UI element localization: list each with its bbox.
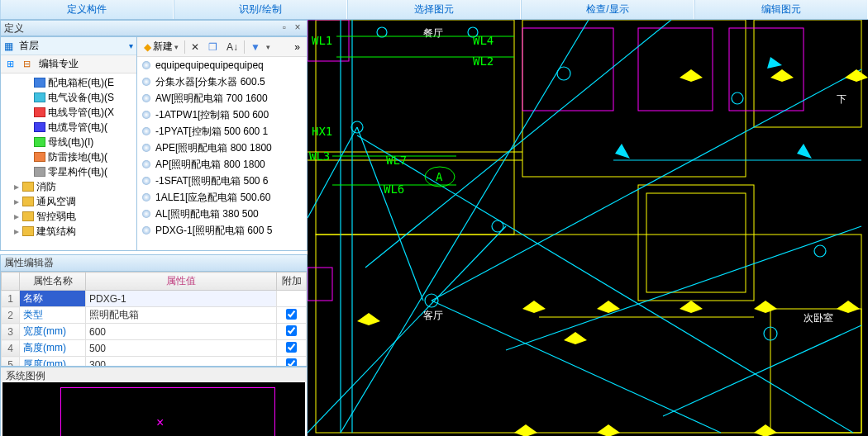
svg-rect-3	[316, 235, 861, 433]
collapse-icon[interactable]: ⊟	[19, 58, 34, 71]
component-list-pane: ◆ 新建 ▾ ✕ ❐ A↓ ▼ ▾ » equipequipequipequip…	[137, 37, 307, 250]
list-item[interactable]: AW[照明配电箱 700 1600	[137, 90, 307, 107]
expand-icon[interactable]: ⊞	[2, 58, 17, 71]
tree-item[interactable]: 电气设备(电)(S	[2, 90, 135, 105]
system-legend-canvas[interactable]: ×	[2, 382, 305, 436]
property-value[interactable]: 600	[86, 324, 277, 340]
tree-item[interactable]: ▸智控弱电	[2, 209, 135, 224]
property-name: 高度(mm)	[20, 340, 86, 357]
expand-icon[interactable]: »	[291, 40, 303, 54]
tree-item[interactable]: ▸通风空调	[2, 194, 135, 209]
property-add-checkbox[interactable]	[286, 309, 297, 320]
property-add-cell[interactable]	[277, 307, 307, 324]
tree-item-icon	[34, 152, 45, 162]
tree-item-label: 消防	[36, 180, 56, 194]
tree-arrow-icon: ▸	[14, 225, 22, 237]
list-bullet-icon	[142, 78, 150, 86]
property-row[interactable]: 1名称PDXG-1	[2, 291, 307, 307]
menu-edit-element[interactable]: 编辑图元	[694, 0, 868, 19]
sort-icon[interactable]: A↓	[223, 40, 241, 54]
tree-item-label: 电线导管(电)(X	[48, 106, 114, 120]
tree-item[interactable]: 电缆导管(电)(	[2, 120, 135, 135]
menu-select-element[interactable]: 选择图元	[347, 0, 521, 19]
separator	[184, 40, 185, 54]
property-add-cell[interactable]	[277, 357, 307, 367]
property-add-checkbox[interactable]	[286, 358, 297, 367]
property-add-cell[interactable]	[277, 324, 307, 340]
list-bullet-icon	[142, 210, 150, 218]
property-row[interactable]: 4高度(mm)500	[2, 340, 307, 357]
menu-recognize-draw[interactable]: 识别/绘制	[174, 0, 347, 19]
list-item-label: equipequipequipequipeq	[155, 59, 264, 71]
list-item[interactable]: -1ATPW1[控制箱 500 600	[137, 107, 307, 123]
pin-icon[interactable]: ▫	[279, 22, 290, 34]
list-item[interactable]: 1ALE1[应急配电箱 500.60	[137, 189, 307, 206]
property-value[interactable]: 300	[86, 357, 277, 367]
property-row[interactable]: 5厚度(mm)300	[2, 357, 307, 367]
list-body[interactable]: equipequipequipequipeq分集水器[分集水器 600.5AW[…	[137, 57, 307, 250]
circle-a-label: A	[436, 170, 443, 183]
tree-item-icon	[34, 107, 45, 117]
property-value[interactable]: PDXG-1	[86, 291, 277, 307]
list-item-label: AL[照明配电箱 380 500	[155, 207, 259, 221]
floor-icon: ▦	[4, 40, 16, 52]
tree-item[interactable]: ▸消防	[2, 179, 135, 194]
property-add-cell[interactable]	[277, 340, 307, 357]
system-legend-title: 系统图例	[1, 367, 307, 382]
separator	[244, 40, 245, 54]
delete-icon[interactable]: ✕	[188, 40, 203, 54]
list-item[interactable]: -1SFAT[照明配电箱 500 6	[137, 173, 307, 189]
tree-item[interactable]: 电线导管(电)(X	[2, 105, 135, 120]
list-item[interactable]: AL[照明配电箱 380 500	[137, 206, 307, 222]
list-item[interactable]: PDXG-1[照明配电箱 600 5	[137, 222, 307, 239]
tree-item[interactable]: 零星构件(电)(	[2, 164, 135, 179]
row-number: 4	[2, 340, 20, 357]
component-tree-pane: ▦ 首层 ▾ ⊞ ⊟ 编辑专业 配电箱柜(电)(E电气设备(电)(S电线导管(电…	[1, 37, 137, 250]
property-value[interactable]: 500	[86, 340, 277, 357]
define-panel-title: 定义	[4, 21, 277, 36]
property-row[interactable]: 3宽度(mm)600	[2, 324, 307, 340]
tree-item-label: 通风空调	[36, 195, 76, 209]
tree-item[interactable]: ▸建筑结构	[2, 224, 135, 239]
chevron-down-icon: ▾	[174, 43, 179, 51]
floor-selector[interactable]: ▦ 首层 ▾	[1, 37, 136, 55]
wl2-label: WL2	[473, 54, 494, 68]
list-item-label: PDXG-1[照明配电箱 600 5	[155, 224, 272, 238]
tree-item[interactable]: 配电箱柜(电)(E	[2, 75, 135, 90]
menu-check-display[interactable]: 检查/显示	[521, 0, 694, 19]
dropdown-icon: ▾	[129, 41, 133, 50]
new-button[interactable]: ◆ 新建 ▾	[141, 40, 182, 54]
list-item[interactable]: equipequipequipequipeq	[137, 57, 307, 73]
list-item[interactable]: -1PYAT[控制箱 500 600 1	[137, 123, 307, 140]
list-bullet-icon	[142, 144, 150, 152]
svg-rect-5	[646, 193, 746, 292]
property-add-checkbox[interactable]	[286, 325, 297, 336]
cad-viewport[interactable]: A 餐厅 客厅 次卧室 下 WL3 WL4 WL2 WL7 WL6 WL1 HX…	[308, 20, 868, 436]
property-add-cell[interactable]	[277, 291, 307, 307]
edit-spec-button[interactable]: 编辑专业	[36, 57, 82, 71]
copy-icon[interactable]: ❐	[205, 40, 221, 54]
define-panel-header: 定义 ▫ ×	[0, 20, 308, 36]
svg-point-36	[814, 245, 826, 257]
property-table[interactable]: 属性名称 属性值 附加 1名称PDXG-12类型照明配电箱3宽度(mm)6004…	[1, 272, 307, 366]
list-item[interactable]: APE[照明配电箱 800 1800	[137, 140, 307, 156]
list-item[interactable]: 分集水器[分集水器 600.5	[137, 73, 307, 90]
tree-body[interactable]: 配电箱柜(电)(E电气设备(电)(S电线导管(电)(X电缆导管(电)(母线(电)…	[1, 73, 136, 250]
system-legend-panel: 系统图例 ×	[0, 367, 308, 436]
menu-define-component[interactable]: 定义构件	[0, 0, 174, 19]
close-icon[interactable]: ×	[292, 22, 303, 34]
list-item[interactable]: AP[照明配电箱 800 1800	[137, 156, 307, 173]
property-value[interactable]: 照明配电箱	[86, 307, 277, 324]
room-label-restaurant: 餐厅	[423, 27, 443, 39]
tree-item-icon	[34, 92, 45, 102]
list-item-label: AP[照明配电箱 800 1800	[155, 158, 265, 172]
list-bullet-icon	[142, 94, 150, 102]
rownum-header	[2, 272, 20, 291]
tree-item[interactable]: 防雷接地(电)(	[2, 149, 135, 164]
property-row[interactable]: 2类型照明配电箱	[2, 307, 307, 324]
svg-rect-12	[522, 28, 613, 111]
svg-point-35	[732, 92, 743, 104]
tree-item[interactable]: 母线(电)(I)	[2, 135, 135, 149]
property-add-checkbox[interactable]	[286, 342, 297, 353]
filter-icon[interactable]: ▼	[247, 40, 264, 54]
